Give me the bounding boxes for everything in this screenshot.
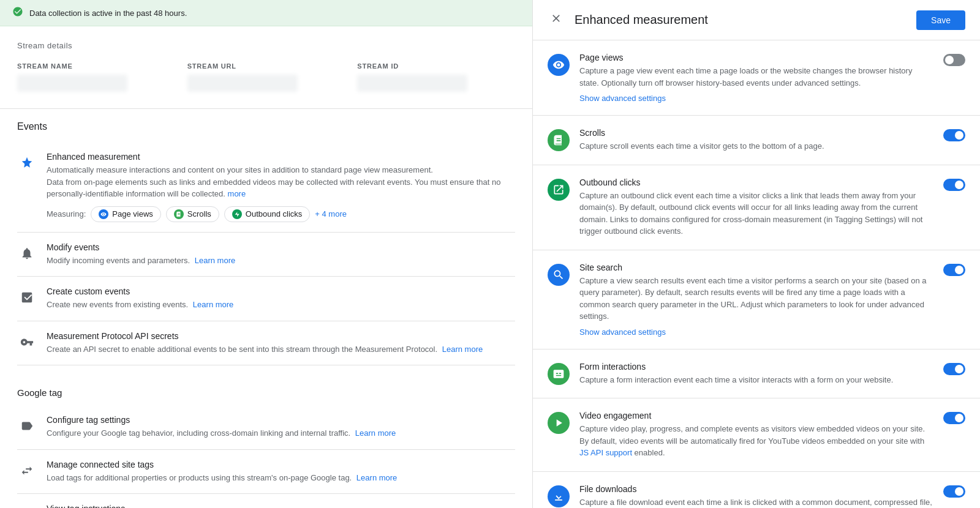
download-icon	[552, 490, 565, 502]
modify-events-title: Modify events	[47, 242, 515, 252]
file-downloads-item: File downloads Capture a file download e…	[533, 472, 980, 509]
panel-title: Enhanced measurement	[575, 13, 708, 27]
stream-url-field: STREAM URL	[187, 62, 345, 94]
enhanced-measurement-learn-more[interactable]: more	[228, 189, 246, 198]
check-circle-icon	[12, 6, 23, 20]
events-title: Events	[17, 121, 515, 132]
manage-connected-desc-text: Load tags for additional properties or p…	[47, 473, 352, 482]
scrolls-title: Scrolls	[579, 128, 933, 138]
stream-id-field: STREAM ID	[357, 62, 515, 94]
click-chip-icon	[232, 209, 242, 219]
enhanced-measurement-desc-text: Automatically measure interactions and c…	[47, 165, 433, 174]
view-tag-instructions-content: View tag instructions Get instructions f…	[47, 504, 515, 508]
file-downloads-toggle-wrap	[943, 485, 965, 498]
outbound-clicks-title: Outbound clicks	[579, 177, 933, 187]
create-custom-learn-more[interactable]: Learn more	[193, 300, 233, 309]
close-button[interactable]	[548, 10, 565, 30]
measurement-protocol-learn-more[interactable]: Learn more	[442, 345, 483, 354]
page-views-desc: Capture a page view event each time a pa…	[579, 65, 933, 89]
eye-chip-icon	[99, 209, 108, 219]
stream-name-value	[17, 75, 127, 92]
js-api-support-link[interactable]: JS API support	[579, 448, 632, 457]
key-icon	[20, 335, 34, 349]
chip-page-views[interactable]: Page views	[91, 206, 160, 222]
manage-connected-learn-more[interactable]: Learn more	[356, 473, 397, 482]
configure-tag-title: Configure tag settings	[47, 415, 515, 425]
enhanced-measurement-title: Enhanced measurement	[47, 152, 515, 162]
form-interactions-content: Form interactions Capture a form interac…	[579, 362, 933, 386]
configure-tag-learn-more[interactable]: Learn more	[355, 428, 396, 438]
scrolls-icon-wrap	[548, 129, 570, 151]
create-custom-item: Create custom events Create new events f…	[17, 277, 515, 321]
site-search-advanced-link[interactable]: Show advanced settings	[579, 327, 666, 337]
modify-events-desc: Modify incoming events and parameters. L…	[47, 255, 515, 267]
enhanced-measurement-desc2: Data from on-page elements such as links…	[47, 177, 500, 199]
enhanced-measurement-content: Enhanced measurement Automatically measu…	[47, 152, 515, 222]
stream-grid: STREAM NAME STREAM URL STREAM ID	[17, 62, 515, 94]
measuring-row: Measuring: Page views Scrolls	[47, 206, 515, 222]
video-engagement-title: Video engagement	[579, 411, 933, 420]
manage-connected-item: Manage connected site tags Load tags for…	[17, 450, 515, 495]
manage-connected-title: Manage connected site tags	[47, 460, 515, 469]
chip-scrolls[interactable]: Scrolls	[166, 206, 219, 222]
form-interactions-item: Form interactions Capture a form interac…	[533, 349, 980, 399]
measuring-label: Measuring:	[47, 209, 86, 219]
site-search-title: Site search	[579, 263, 933, 272]
scrolls-toggle[interactable]	[943, 129, 965, 141]
outbound-clicks-desc: Capture an outbound click event each tim…	[579, 190, 933, 237]
eye-icon	[552, 59, 565, 71]
page-views-advanced-link[interactable]: Show advanced settings	[579, 94, 666, 103]
create-custom-title: Create custom events	[47, 286, 515, 296]
google-tag-section: Google tag Configure tag settings Config…	[0, 378, 532, 508]
site-search-toggle[interactable]	[943, 264, 965, 276]
modify-events-learn-more[interactable]: Learn more	[195, 256, 235, 265]
scroll-chip-icon	[174, 209, 184, 219]
google-tag-title: Google tag	[17, 387, 515, 398]
page-views-toggle[interactable]	[943, 54, 965, 66]
search-icon	[552, 269, 565, 281]
right-panel: Enhanced measurement Save Page views Cap…	[533, 0, 980, 508]
video-engagement-item: Video engagement Capture video play, pro…	[533, 398, 980, 472]
view-tag-instructions-item: View tag instructions Get instructions f…	[17, 494, 515, 508]
more-chip[interactable]: + 4 more	[315, 209, 347, 219]
page-views-item: Page views Capture a page view event eac…	[533, 40, 980, 116]
stream-url-label: STREAM URL	[187, 62, 345, 70]
modify-events-content: Modify events Modify incoming events and…	[47, 242, 515, 267]
modify-events-icon-wrap	[17, 244, 37, 263]
configure-tag-desc-text: Configure your Google tag behavior, incl…	[47, 428, 350, 438]
measurement-protocol-item: Measurement Protocol API secrets Create …	[17, 321, 515, 366]
view-tag-instructions-title: View tag instructions	[47, 504, 515, 508]
configure-tag-icon-wrap	[17, 416, 37, 436]
configure-tag-content: Configure tag settings Configure your Go…	[47, 415, 515, 439]
save-button[interactable]: Save	[916, 10, 965, 30]
scrolls-item: Scrolls Capture scroll events each time …	[533, 116, 980, 165]
page-views-toggle-wrap	[943, 54, 965, 66]
site-search-toggle-wrap	[943, 264, 965, 276]
create-custom-content: Create custom events Create new events f…	[47, 286, 515, 311]
video-engagement-toggle[interactable]	[943, 412, 965, 424]
stream-name-label: STREAM NAME	[17, 62, 175, 70]
file-downloads-icon-wrap	[548, 485, 570, 507]
file-downloads-title: File downloads	[579, 484, 933, 494]
page-views-content: Page views Capture a page view event eac…	[579, 53, 933, 103]
outbound-clicks-toggle[interactable]	[943, 179, 965, 191]
enhanced-measurement-desc: Automatically measure interactions and c…	[47, 164, 515, 200]
play-icon	[552, 417, 565, 429]
form-interactions-title: Form interactions	[579, 362, 933, 372]
create-custom-icon	[20, 291, 34, 304]
form-interactions-toggle[interactable]	[943, 363, 965, 375]
page-views-icon-wrap	[548, 54, 570, 76]
chip-outbound-clicks[interactable]: Outbound clicks	[224, 206, 311, 222]
notification-text: Data collection is active in the past 48…	[29, 9, 187, 18]
panel-content: Page views Capture a page view event eac…	[533, 40, 980, 508]
chip-page-views-label: Page views	[112, 209, 153, 219]
file-downloads-content: File downloads Capture a file download e…	[579, 484, 933, 509]
file-downloads-toggle[interactable]	[943, 485, 965, 498]
stream-details-section: Stream details STREAM NAME STREAM URL ST…	[0, 26, 532, 109]
stream-id-label: STREAM ID	[357, 62, 515, 70]
manage-connected-content: Manage connected site tags Load tags for…	[47, 460, 515, 484]
measurement-protocol-desc-text: Create an API secret to enable additiona…	[47, 345, 437, 354]
panel-header-left: Enhanced measurement	[548, 10, 708, 30]
modify-events-icon	[20, 247, 34, 260]
site-search-content: Site search Capture a view search result…	[579, 263, 933, 337]
